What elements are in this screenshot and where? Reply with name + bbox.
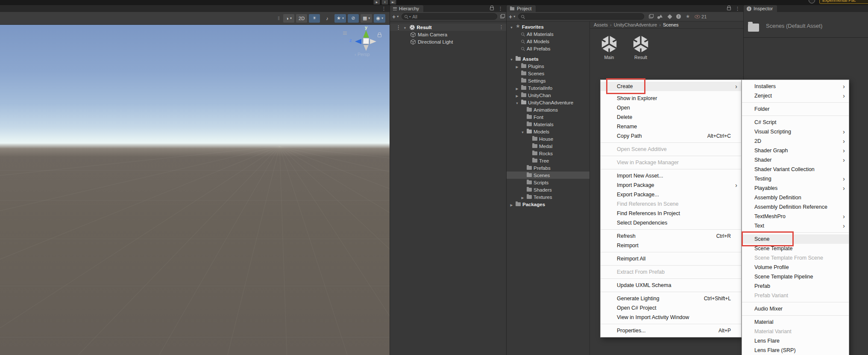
pause-button[interactable]: ‖ (381, 0, 388, 5)
overlay-handle-icon[interactable] (343, 32, 347, 35)
step-button[interactable]: ▶| (390, 0, 396, 5)
submenu-item[interactable]: Shader (742, 155, 849, 165)
submenu-item[interactable]: Audio Mixer (742, 304, 849, 314)
expand-arrow-icon[interactable] (515, 93, 519, 98)
submenu-item[interactable]: 2D (742, 136, 849, 146)
tab-project[interactable]: Project (507, 5, 536, 12)
lock-icon[interactable] (490, 7, 494, 10)
submenu-item[interactable]: Material Variant (742, 327, 849, 336)
shading-mode-button[interactable]: ◑ (283, 14, 294, 23)
context-menu-item[interactable]: Import Package (601, 180, 741, 190)
gizmo-z-axis-label[interactable]: z (349, 38, 352, 43)
submenu-item[interactable]: Shader Variant Collection (742, 165, 849, 174)
submenu-item[interactable]: C# Script (742, 118, 849, 127)
project-tree-row[interactable]: Prefabs (507, 164, 589, 172)
toolbar-drag-handle[interactable]: ‖ (278, 15, 280, 21)
search-filter-caret-icon[interactable] (409, 15, 411, 18)
context-menu-item[interactable]: Show in Explorer (601, 94, 741, 103)
expand-arrow-icon[interactable] (520, 129, 525, 134)
asset-item[interactable]: Main (597, 35, 622, 60)
submenu-item[interactable]: TextMeshPro (742, 212, 849, 221)
submenu-item[interactable]: Folder (742, 104, 849, 114)
dropdown-caret-icon[interactable] (381, 16, 383, 20)
context-menu-item[interactable]: Properties... Alt+P (601, 326, 741, 335)
submenu-item[interactable]: Playables (742, 183, 849, 193)
add-object-button[interactable]: + (392, 14, 396, 20)
project-tree-row[interactable]: Scripts (507, 179, 589, 186)
lighting-toggle-button[interactable]: ☀ (309, 14, 320, 23)
context-menu-item[interactable]: Generate Lighting Ctrl+Shift+L (601, 294, 741, 303)
context-menu-item[interactable]: Rename (601, 122, 741, 131)
hierarchy-row[interactable]: Result (390, 24, 506, 31)
scene-menu-kebab-icon[interactable] (381, 6, 386, 12)
scene-viewport[interactable]: y z ‹ Persp (0, 25, 390, 355)
hidden-count-eye-icon[interactable] (695, 15, 700, 18)
filter-by-type-icon[interactable] (657, 15, 663, 19)
context-menu-item[interactable]: Open Scene Additive (601, 145, 741, 154)
context-menu-item[interactable]: View in Package Manager (601, 158, 741, 167)
context-menu-item[interactable]: Select Dependencies (601, 218, 741, 228)
context-menu-item[interactable]: Export Package... (601, 190, 741, 199)
context-menu-item[interactable]: Refresh Ctrl+R (601, 231, 741, 241)
dropdown-caret-icon[interactable] (342, 16, 344, 20)
effects-toggle-button[interactable]: ★ (334, 14, 346, 23)
expand-arrow-icon[interactable] (515, 86, 519, 91)
project-tree-row[interactable]: Medal (507, 142, 589, 150)
orientation-gizmo[interactable]: y z ‹ Persp (337, 25, 389, 85)
gizmo-z-axis-cone[interactable] (355, 39, 361, 44)
expand-arrow-icon[interactable] (509, 56, 514, 62)
project-tree-row[interactable]: Plugins (507, 62, 589, 70)
tab-inspector[interactable]: Inspector (744, 5, 777, 12)
row-options-kebab-icon[interactable] (499, 24, 504, 30)
context-menu-item[interactable]: Import New Asset... (601, 171, 741, 180)
importer-warnings-icon[interactable] (676, 14, 681, 19)
submenu-item[interactable]: Prefab Variant (742, 291, 849, 300)
project-tree-row[interactable]: Favorites (507, 23, 589, 30)
lock-icon[interactable] (727, 7, 731, 10)
submenu-item[interactable]: Text (742, 221, 849, 231)
submenu-item[interactable]: Installers (742, 82, 849, 91)
expand-arrow-icon[interactable] (509, 24, 514, 30)
gizmo-y-axis-cone[interactable] (363, 30, 369, 38)
submenu-item[interactable]: Scene Template Pipeline (742, 272, 849, 281)
project-tree-row[interactable]: UnityChanAdventure (507, 99, 589, 106)
gizmo-lock-icon[interactable] (378, 34, 381, 37)
gizmo-down-axis-cone[interactable] (364, 45, 369, 51)
gizmo-perspective-label[interactable]: ‹ Persp (355, 52, 369, 57)
camera-preview-button[interactable]: ▦ (361, 14, 372, 23)
project-tree-row[interactable]: Animations (507, 106, 589, 113)
open-window-icon[interactable] (649, 15, 653, 18)
hierarchy-search-input[interactable]: All (402, 13, 497, 20)
project-tree-row[interactable]: All Models (507, 38, 589, 45)
context-menu-item[interactable]: Reimport (601, 241, 741, 250)
project-tree-row[interactable]: Models (507, 128, 589, 135)
project-tree-row[interactable]: Shaders (507, 186, 589, 193)
submenu-item[interactable]: Material (742, 317, 849, 327)
hierarchy-row[interactable]: Directional Light (390, 38, 506, 45)
hierarchy-row[interactable]: Main Camera (390, 31, 506, 38)
project-tree-row[interactable]: All Prefabs (507, 45, 589, 52)
submenu-item[interactable]: Zenject (742, 91, 849, 101)
project-tree-row[interactable]: Scenes (507, 172, 589, 179)
expand-arrow-icon[interactable] (403, 25, 408, 30)
project-tree-row[interactable]: Packages (507, 201, 589, 208)
context-menu-item[interactable]: Delete (601, 112, 741, 122)
tab-hierarchy[interactable]: Hierarchy (390, 5, 423, 12)
project-tree-row[interactable]: Tree (507, 157, 589, 164)
project-tree-row[interactable]: Font (507, 113, 589, 121)
context-menu-item[interactable]: Create (601, 82, 741, 91)
open-window-icon[interactable] (500, 15, 504, 18)
submenu-item[interactable]: Prefab (742, 281, 849, 291)
context-menu-item[interactable]: Find References In Scene (601, 199, 741, 209)
context-menu-item[interactable]: Update UXML Schema (601, 281, 741, 290)
submenu-item[interactable]: Scene (742, 234, 849, 244)
filter-by-label-icon[interactable] (668, 14, 672, 19)
expand-arrow-icon[interactable] (515, 64, 519, 69)
project-search-input[interactable] (518, 13, 644, 20)
submenu-item[interactable]: Volume Profile (742, 263, 849, 272)
context-menu-item[interactable]: Reimport All (601, 254, 741, 263)
project-tree-row[interactable]: House (507, 135, 589, 142)
project-tree-row[interactable]: Scenes (507, 70, 589, 77)
scene-visibility-button[interactable]: ⊘ (348, 14, 359, 23)
submenu-item[interactable]: Assembly Definition (742, 193, 849, 202)
